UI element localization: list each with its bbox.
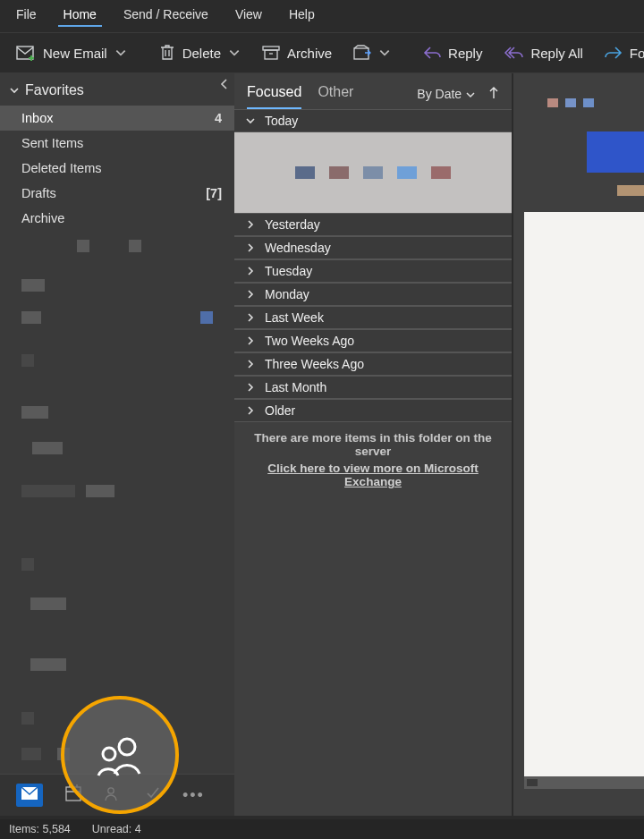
chevron-right-icon [245,219,256,230]
move-to-folder-icon [353,45,371,61]
sort-by-date[interactable]: By Date [417,87,476,101]
reply-icon [423,46,441,60]
group-wednesday[interactable]: Wednesday [234,236,512,259]
toolbar-ribbon: New Email Delete Archive Reply Reply All… [0,32,644,73]
mail-plus-icon [16,45,36,61]
new-email-label: New Email [43,46,107,61]
forward-button[interactable]: Forward [596,40,644,66]
status-unread: Unread: 4 [92,823,141,835]
new-email-button[interactable]: New Email [7,39,136,66]
group-label: Older [265,403,295,418]
chevron-right-icon [245,359,256,369]
trash-icon [159,44,175,62]
nav-mail-icon[interactable] [16,784,43,807]
group-label: Last Month [265,380,326,394]
folder-drafts[interactable]: Drafts [7] [0,181,234,206]
status-items: Items: 5,584 [9,823,71,835]
menu-file[interactable]: File [11,4,42,27]
svg-point-8 [103,748,115,760]
archive-icon [262,45,280,61]
folder-archive[interactable]: Archive [0,206,234,231]
forward-icon [605,46,623,60]
group-older[interactable]: Older [234,399,512,422]
chevron-right-icon [245,382,256,393]
delete-label: Delete [182,46,221,61]
group-tuesday[interactable]: Tuesday [234,259,512,283]
svg-rect-3 [354,48,369,59]
reply-all-button[interactable]: Reply All [495,40,591,66]
archive-label: Archive [287,46,332,61]
annotation-highlight-people [61,696,179,814]
group-label: Tuesday [265,264,312,278]
reply-button[interactable]: Reply [414,40,491,66]
chevron-down-icon [245,115,256,126]
chevron-right-icon [245,335,256,346]
chevron-right-icon [245,242,256,253]
redacted-graphic [587,131,644,173]
group-two-weeks-ago[interactable]: Two Weeks Ago [234,329,512,352]
nav-obscured-area [0,231,234,774]
forward-label: Forward [630,46,644,61]
group-monday[interactable]: Monday [234,283,512,306]
reply-all-icon [504,46,523,60]
menu-send-receive[interactable]: Send / Receive [118,4,214,27]
tab-other[interactable]: Other [318,79,353,109]
redacted-header [547,98,594,107]
message-list-pane: Focused Other By Date Today Yesterday We… [234,73,512,816]
delete-button[interactable]: Delete [150,38,250,67]
menu-home[interactable]: Home [58,4,102,27]
favorites-header[interactable]: Favorites [0,73,234,106]
more-items-message: There are more items in this folder on t… [234,422,512,458]
people-icon [93,733,147,777]
folder-inbox[interactable]: Inbox 4 [0,106,234,131]
group-yesterday[interactable]: Yesterday [234,213,512,236]
chevron-right-icon [245,312,256,323]
reading-pane [512,73,644,816]
reply-all-label: Reply All [530,46,582,61]
chevron-down-icon[interactable] [114,47,127,59]
status-bar: Items: 5,584 Unread: 4 [0,819,644,839]
group-label: Last Week [265,310,324,325]
svg-point-7 [119,739,135,755]
message-item-redacted[interactable] [234,132,512,213]
group-label: Three Weeks Ago [265,357,364,371]
chevron-down-icon[interactable] [228,47,241,59]
folder-label: Archive [21,211,64,225]
chevron-right-icon [245,405,256,416]
message-body [524,212,644,776]
nav-more-icon[interactable]: ••• [182,786,205,805]
folder-sent-items[interactable]: Sent Items [0,131,234,156]
menu-view[interactable]: View [230,4,267,27]
archive-button[interactable]: Archive [253,39,341,66]
svg-rect-2 [265,50,277,59]
sort-label: By Date [417,87,462,101]
folder-deleted-items[interactable]: Deleted Items [0,156,234,181]
group-label: Wednesday [265,241,331,255]
chevron-right-icon [245,266,256,276]
sort-direction-icon[interactable] [488,86,499,103]
group-three-weeks-ago[interactable]: Three Weeks Ago [234,352,512,376]
folder-label: Inbox [21,111,53,125]
tab-focused[interactable]: Focused [247,79,301,109]
group-last-month[interactable]: Last Month [234,376,512,399]
menu-help[interactable]: Help [284,4,320,27]
chevron-down-icon [465,89,476,100]
chevron-down-icon[interactable] [378,47,391,59]
folder-count: [7] [206,186,222,200]
group-last-week[interactable]: Last Week [234,306,512,329]
folder-label: Sent Items [21,136,83,150]
redacted-text [617,185,644,196]
group-label: Yesterday [265,217,320,232]
group-label: Monday [265,287,309,301]
favorites-label: Favorites [25,82,84,98]
move-button[interactable] [344,39,400,66]
chevron-down-icon [9,85,20,96]
group-today[interactable]: Today [234,109,512,132]
group-label: Two Weeks Ago [265,334,354,348]
reply-label: Reply [448,46,482,61]
chevron-right-icon [245,289,256,300]
view-more-exchange-link[interactable]: Click here to view more on Microsoft Exc… [267,462,479,488]
horizontal-scrollbar[interactable] [524,776,644,789]
folder-label: Deleted Items [21,161,101,175]
collapse-nav-icon[interactable] [220,77,229,93]
